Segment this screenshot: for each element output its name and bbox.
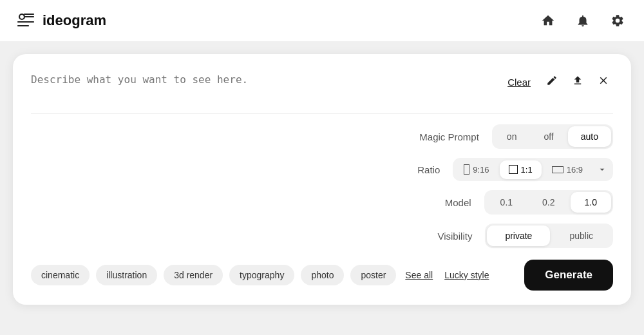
ratio-11-button[interactable]: 1:1 (500, 160, 542, 179)
app-title: ideogram (43, 12, 106, 29)
ratio-label: Ratio (382, 164, 440, 175)
tag-photo[interactable]: photo (301, 265, 344, 285)
tag-cinematic[interactable]: cinematic (31, 265, 90, 285)
model-group: 0.1 0.2 1.0 (484, 190, 613, 215)
clear-button[interactable]: Clear (502, 74, 536, 90)
ratio-11-label: 1:1 (521, 165, 533, 175)
lucky-style-button[interactable]: Lucky style (442, 266, 491, 284)
settings-section: Magic Prompt on off auto Ratio 9:16 (31, 124, 613, 248)
visibility-public-button[interactable]: public (551, 225, 611, 246)
logo-area: ideogram (15, 10, 106, 31)
prompt-card: Clear Magic Prompt on off (13, 54, 631, 305)
ratio-169-label: 16:9 (567, 165, 583, 175)
visibility-label: Visibility (414, 231, 472, 242)
upload-button[interactable] (568, 72, 587, 92)
ratio-more-button[interactable] (593, 162, 611, 177)
visibility-private-button[interactable]: private (487, 225, 550, 246)
edit-button[interactable] (542, 72, 562, 92)
magic-prompt-auto[interactable]: auto (568, 126, 611, 147)
magic-prompt-group: on off auto (492, 124, 613, 149)
prompt-input[interactable] (31, 72, 492, 103)
ratio-row: Ratio 9:16 1:1 16:9 (31, 158, 613, 181)
ratio-169-icon (552, 166, 564, 173)
ratio-group: 9:16 1:1 16:9 (453, 158, 613, 181)
ratio-916-button[interactable]: 9:16 (455, 160, 498, 179)
visibility-group: private public (485, 224, 613, 248)
ratio-11-icon (509, 165, 518, 174)
ratio-916-label: 9:16 (473, 165, 489, 175)
model-01-button[interactable]: 0.1 (486, 192, 527, 213)
tag-illustration[interactable]: illustration (96, 265, 157, 285)
home-button[interactable] (537, 10, 559, 32)
model-10-button[interactable]: 1.0 (571, 192, 611, 213)
bottom-row: cinematic illustration 3d render typogra… (31, 260, 613, 291)
nav-icons (537, 10, 629, 32)
settings-button[interactable] (607, 10, 629, 32)
magic-prompt-label: Magic Prompt (419, 131, 479, 142)
see-all-button[interactable]: See all (402, 266, 435, 284)
ratio-916-icon (464, 164, 469, 175)
generate-button[interactable]: Generate (524, 260, 613, 291)
prompt-row: Clear (31, 72, 613, 111)
magic-prompt-row: Magic Prompt on off auto (31, 124, 613, 149)
svg-point-0 (19, 14, 24, 19)
notifications-button[interactable] (572, 10, 594, 32)
tag-typography[interactable]: typography (229, 265, 294, 285)
tag-3drender[interactable]: 3d render (164, 265, 223, 285)
model-02-button[interactable]: 0.2 (528, 192, 569, 213)
magic-prompt-on[interactable]: on (494, 126, 530, 147)
close-button[interactable] (594, 72, 613, 92)
magic-prompt-off[interactable]: off (531, 126, 566, 147)
model-label: Model (413, 197, 471, 208)
tag-poster[interactable]: poster (350, 265, 396, 285)
ratio-169-button[interactable]: 16:9 (543, 160, 592, 179)
visibility-row: Visibility private public (31, 224, 613, 248)
prompt-actions: Clear (502, 72, 613, 92)
tags-area: cinematic illustration 3d render typogra… (31, 265, 491, 285)
model-row: Model 0.1 0.2 1.0 (31, 190, 613, 215)
navbar: ideogram (0, 0, 644, 41)
divider (31, 113, 613, 114)
logo-icon (15, 10, 36, 31)
main-area: Clear Magic Prompt on off (0, 41, 644, 335)
